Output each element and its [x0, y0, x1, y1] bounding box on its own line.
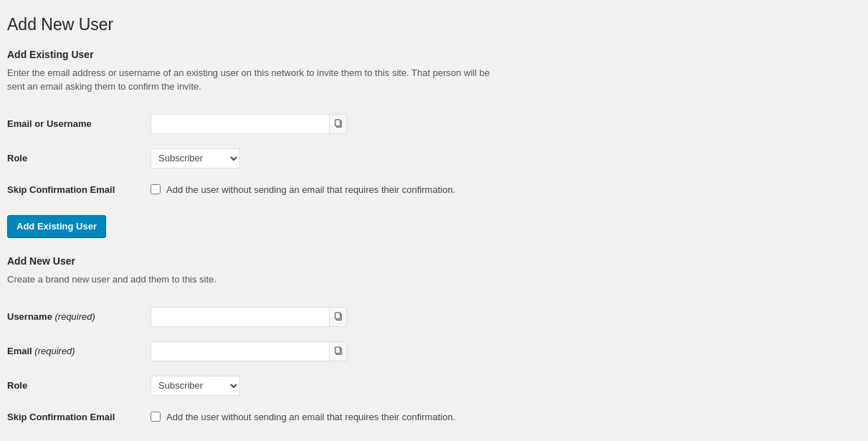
- existing-skip-confirmation-label: Skip Confirmation Email: [7, 184, 115, 195]
- email-input-wrapper: [151, 341, 347, 361]
- email-username-copy-icon[interactable]: [330, 114, 347, 134]
- email-row: Email (required): [7, 334, 854, 369]
- add-new-form-table: Username (required): [7, 300, 854, 431]
- add-existing-user-button[interactable]: Add Existing User: [7, 215, 106, 238]
- new-skip-confirmation-wrapper[interactable]: Add the user without sending an email th…: [151, 412, 846, 422]
- new-skip-confirmation-checkbox[interactable]: [151, 412, 161, 422]
- add-new-user-section: Add New User Create a brand new user and…: [7, 255, 854, 441]
- email-username-input-wrapper: [151, 114, 347, 134]
- existing-skip-confirmation-checkbox-label: Add the user without sending an email th…: [166, 184, 455, 195]
- new-role-row: Role Subscriber Contributor Author Edito…: [7, 369, 854, 403]
- email-username-label: Email or Username: [7, 118, 92, 129]
- add-existing-submit-wrapper: Add Existing User: [7, 215, 854, 238]
- username-input-wrapper: [151, 307, 347, 327]
- existing-skip-confirmation-row: Skip Confirmation Email Add the user wit…: [7, 176, 854, 204]
- existing-skip-confirmation-wrapper[interactable]: Add the user without sending an email th…: [151, 184, 846, 195]
- new-skip-confirmation-checkbox-label: Add the user without sending an email th…: [166, 412, 455, 422]
- add-existing-user-section: Add Existing User Enter the email addres…: [7, 49, 854, 238]
- existing-skip-confirmation-checkbox[interactable]: [151, 184, 161, 194]
- new-role-select[interactable]: Subscriber Contributor Author Editor Adm…: [151, 376, 240, 396]
- existing-role-row: Role Subscriber Contributor Author Edito…: [7, 141, 854, 176]
- new-skip-confirmation-row: Skip Confirmation Email Add the user wit…: [7, 403, 854, 431]
- svg-rect-1: [335, 120, 340, 126]
- email-input[interactable]: [151, 341, 330, 361]
- username-label: Username (required): [7, 311, 95, 322]
- new-skip-confirmation-label: Skip Confirmation Email: [7, 412, 115, 422]
- add-existing-form-table: Email or Username: [7, 107, 854, 204]
- svg-rect-3: [335, 312, 340, 318]
- svg-rect-5: [335, 346, 340, 353]
- new-role-label: Role: [7, 380, 27, 391]
- email-copy-icon[interactable]: [330, 341, 347, 361]
- add-existing-section-title: Add Existing User: [7, 49, 854, 60]
- existing-role-select[interactable]: Subscriber Contributor Author Editor Adm…: [151, 148, 240, 169]
- add-new-section-description: Create a brand new user and add them to …: [7, 272, 509, 287]
- username-row: Username (required): [7, 300, 854, 334]
- email-label: Email (required): [7, 346, 75, 356]
- add-existing-section-description: Enter the email address or username of a…: [7, 66, 509, 94]
- email-username-input[interactable]: [151, 114, 330, 134]
- email-username-row: Email or Username: [7, 107, 854, 141]
- add-new-section-title: Add New User: [7, 255, 854, 267]
- username-input[interactable]: [151, 307, 330, 327]
- existing-role-label: Role: [7, 153, 27, 163]
- page-title: Add New User: [7, 14, 854, 36]
- username-copy-icon[interactable]: [330, 307, 347, 327]
